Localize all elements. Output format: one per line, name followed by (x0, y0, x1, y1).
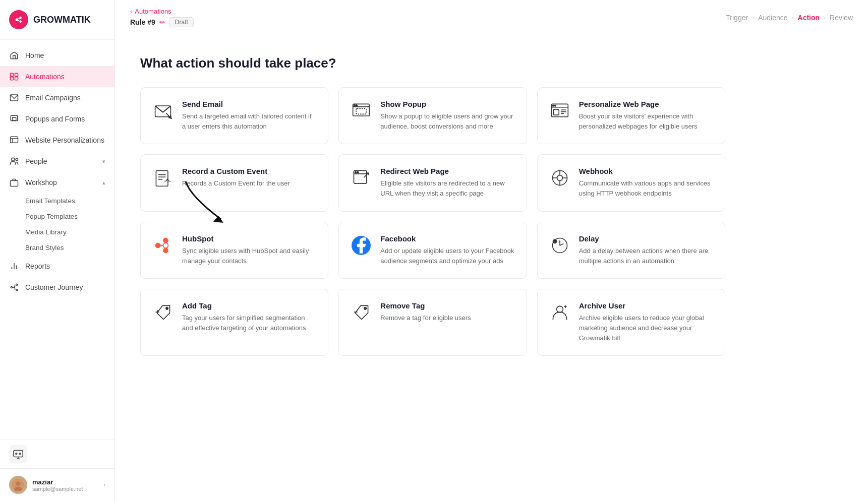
show-popup-title: Show Popup (380, 100, 515, 108)
svg-rect-7 (11, 77, 14, 80)
custom-event-icon (152, 167, 174, 189)
sidebar-item-website[interactable]: Website Personalizations (0, 130, 114, 151)
card-remove-tag[interactable]: Remove Tag Remove a tag for eligible use… (338, 289, 527, 356)
svg-rect-5 (11, 73, 14, 76)
sidebar-navigation: Home Automations Email Campa (0, 40, 114, 440)
sidebar-item-popup-templates[interactable]: Popup Templates (25, 209, 114, 224)
logo-icon (9, 10, 28, 29)
sidebar-item-website-label: Website Personalizations (25, 136, 104, 144)
svg-point-16 (16, 158, 18, 161)
card-send-email[interactable]: Send Email Send a targeted email with ta… (140, 87, 328, 144)
reports-icon (9, 261, 19, 271)
card-personalize-web[interactable]: Personalize Web Page Boost your site vis… (537, 87, 725, 144)
step-arrow-1: › (752, 14, 754, 21)
card-webhook[interactable]: Webhook Communicate with various apps an… (537, 154, 725, 211)
add-tag-title: Add Tag (182, 301, 317, 310)
sidebar-item-workshop-label: Workshop (25, 178, 57, 186)
logo[interactable]: GROWMATIK (0, 0, 114, 40)
svg-line-3 (18, 18, 20, 19)
sidebar-item-popups[interactable]: Popups and Forms (0, 108, 114, 130)
workshop-icon (9, 177, 19, 187)
facebook-desc: Add or update eligible users to your Fac… (380, 246, 515, 266)
sidebar-item-people[interactable]: People ▾ (0, 151, 114, 172)
remove-tag-icon (350, 301, 372, 324)
sidebar-item-journey-label: Customer Journey (25, 283, 83, 291)
svg-point-48 (554, 105, 556, 106)
svg-point-1 (19, 17, 22, 19)
svg-rect-8 (15, 77, 18, 80)
avatar (9, 476, 27, 494)
sidebar-item-customer-journey[interactable]: Customer Journey (0, 277, 114, 298)
sidebar-item-automations-label: Automations (25, 73, 65, 81)
send-email-desc: Send a targeted email with tailored cont… (182, 111, 317, 132)
send-email-icon (152, 100, 174, 122)
card-archive-user[interactable]: Archive User Archive eligible users to r… (537, 289, 725, 356)
sidebar: GROWMATIK Home Automations (0, 0, 115, 501)
card-facebook[interactable]: Facebook Add or update eligible users to… (338, 222, 527, 279)
sidebar-item-home[interactable]: Home (0, 45, 114, 66)
step-review[interactable]: Review (830, 14, 853, 22)
webhook-title: Webhook (579, 167, 714, 175)
popups-icon (9, 114, 19, 124)
facebook-title: Facebook (380, 234, 515, 243)
hubspot-title: HubSpot (182, 234, 317, 243)
redirect-title: Redirect Web Page (380, 167, 515, 175)
sidebar-item-brand-styles[interactable]: Brand Styles (25, 240, 114, 256)
svg-point-21 (11, 287, 12, 288)
card-delay[interactable]: ! Delay Add a delay between actions when… (537, 222, 725, 279)
facebook-icon (350, 234, 372, 257)
personalize-web-title: Personalize Web Page (579, 100, 714, 108)
sidebar-item-people-label: People (25, 157, 47, 165)
remove-tag-title: Remove Tag (380, 301, 471, 310)
svg-point-59 (557, 175, 562, 181)
redirect-icon (350, 167, 372, 189)
step-arrow-3: › (824, 14, 826, 21)
svg-point-80 (364, 307, 367, 309)
svg-rect-11 (12, 117, 16, 120)
back-to-automations[interactable]: ‹ Automations (130, 8, 194, 15)
user-profile[interactable]: maziar sample@sample.net › (0, 468, 114, 501)
svg-rect-12 (11, 137, 18, 143)
sidebar-item-workshop[interactable]: Workshop ▴ (0, 172, 114, 193)
home-icon (9, 50, 19, 60)
automations-icon (9, 72, 19, 82)
svg-text:!: ! (554, 240, 554, 243)
svg-point-82 (556, 306, 563, 312)
archive-user-desc: Archive eligible users to reduce your gl… (579, 313, 714, 343)
svg-point-25 (16, 453, 17, 455)
chatbot-icon (13, 449, 24, 460)
card-custom-event[interactable]: Record a Custom Event Records a Custom E… (140, 154, 328, 211)
card-add-tag[interactable]: Add Tag Tag your users for simplified se… (140, 289, 328, 356)
svg-point-56 (358, 172, 359, 173)
svg-rect-6 (15, 73, 18, 76)
card-hubspot[interactable]: HubSpot Sync eligible users with HubSpot… (140, 222, 328, 279)
sidebar-item-reports[interactable]: Reports (0, 256, 114, 277)
sidebar-item-automations[interactable]: Automations (0, 66, 114, 87)
sidebar-item-email-campaigns[interactable]: Email Campaigns (0, 87, 114, 108)
webhook-desc: Communicate with various apps and servic… (579, 178, 714, 199)
main-content: ‹ Automations Rule #9 ✏ Draft Trigger › … (115, 0, 868, 501)
step-audience[interactable]: Audience (758, 14, 787, 22)
edit-rule-icon[interactable]: ✏ (159, 18, 165, 26)
card-show-popup[interactable]: Show Popup Show a popup to eligible user… (338, 87, 527, 144)
delay-icon: ! (549, 234, 571, 257)
step-action[interactable]: Action (798, 14, 820, 22)
svg-rect-17 (11, 180, 18, 186)
user-name: maziar (32, 478, 98, 486)
workshop-submenu: Email Templates Popup Templates Media Li… (0, 193, 114, 256)
action-cards-grid: Send Email Send a targeted email with ta… (140, 87, 725, 356)
chatbot-button[interactable] (0, 440, 114, 468)
rule-number: Rule #9 (130, 18, 155, 26)
back-label: Automations (135, 8, 171, 15)
step-trigger[interactable]: Trigger (726, 14, 748, 22)
journey-icon (9, 282, 19, 292)
card-redirect[interactable]: Redirect Web Page Eligible site visitors… (338, 154, 527, 211)
personalize-web-icon (549, 100, 571, 122)
svg-point-15 (12, 158, 15, 161)
sidebar-item-email-templates[interactable]: Email Templates (25, 193, 114, 209)
webhook-icon (549, 167, 571, 189)
redirect-desc: Eligible site visitors are redirected to… (380, 178, 515, 199)
sidebar-item-media-library[interactable]: Media Library (25, 224, 114, 240)
page-title: What action should take place? (140, 55, 843, 71)
svg-line-33 (155, 106, 163, 112)
